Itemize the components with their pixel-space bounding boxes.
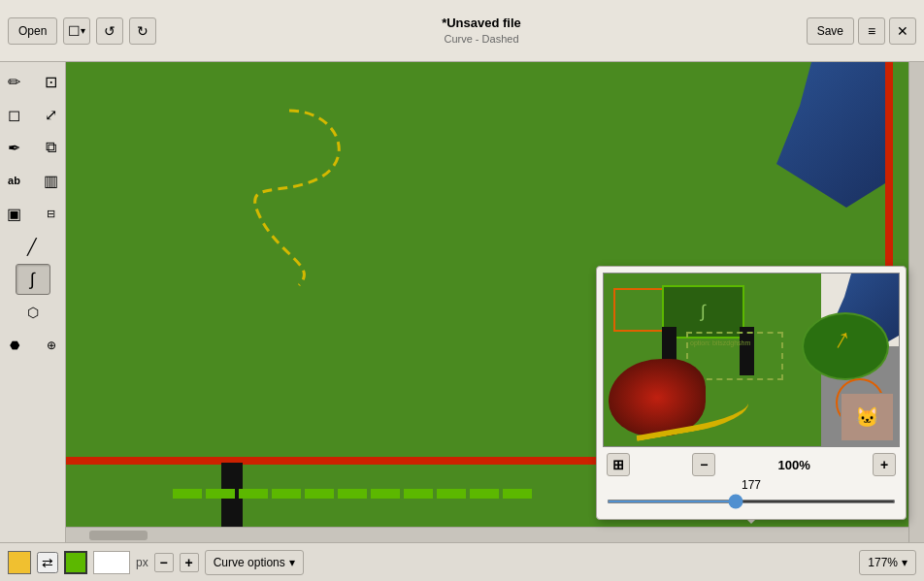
save-button[interactable]: Save [807, 17, 854, 45]
tool-pair-4: ab ▥ [0, 165, 69, 196]
titlebar-right: Save ≡ ✕ [807, 17, 916, 45]
size-unit-label: px [136, 556, 148, 569]
zoom-preview-canvas: ∫ option: bitszdghshm ↑ 🐱 [603, 273, 900, 447]
stroke-color-swatch[interactable] [64, 551, 87, 574]
new-dropdown-arrow: ▾ [81, 25, 85, 36]
slider-value-label: 177 [607, 478, 896, 492]
undo-icon: ↺ [104, 23, 116, 39]
rect-select-tool[interactable]: ▣ [0, 198, 32, 229]
eraser-tool[interactable]: ◻ [0, 99, 32, 130]
select2-tool[interactable]: ⊟ [34, 198, 69, 229]
tool-pair-3: ✒ ⧉ [0, 132, 69, 163]
tool-pair-7: ⬣ ⊕ [0, 330, 69, 361]
new-icon-button[interactable]: ☐ ▾ [63, 17, 90, 45]
scrollbar-vertical[interactable] [908, 62, 924, 542]
line-tool[interactable]: ╱ [15, 231, 50, 262]
fill-color-swatch[interactable] [8, 551, 31, 574]
redo-icon: ↻ [137, 23, 148, 39]
tool-pair-5: ▣ ⊟ [0, 198, 69, 229]
swap-colors-button[interactable]: ⇄ [37, 552, 58, 573]
curve-options-dropdown-icon: ▾ [289, 556, 295, 569]
zoom-out-button[interactable]: − [692, 453, 715, 476]
preview-dashed-label: option: bitszdghshm [688, 338, 752, 348]
zoom-slider-area: 177 [603, 478, 900, 513]
size-decrease-button[interactable]: − [154, 553, 174, 572]
dashed-curve-drawing [144, 101, 357, 295]
zoom-percentage: 100% [778, 458, 810, 472]
fullscreen-tool[interactable]: ⤢ [34, 99, 69, 130]
menu-button[interactable]: ≡ [858, 17, 885, 45]
polygon-tool[interactable]: ⬡ [16, 297, 50, 328]
undo-button[interactable]: ↺ [96, 17, 123, 45]
preview-curve-icon: ∫ [701, 302, 706, 322]
open-button[interactable]: Open [8, 17, 57, 45]
canvas-area[interactable]: fcgvhjbkl,kjhv ∫ option: bitszdghshm [66, 62, 924, 542]
zoom-level-button[interactable]: 177% ▾ [859, 550, 916, 575]
size-input[interactable]: 18 [93, 551, 130, 574]
tool-pair-6: ╱ [15, 231, 51, 262]
text-tool[interactable]: ab [0, 165, 32, 196]
zoom-level-label: 177% [868, 556, 898, 569]
bottom-bar: ⇄ 18 px − + Curve options ▾ 177% ▾ [0, 542, 924, 581]
main-layout: ✏ ⊡ ◻ ⤢ ✒ ⧉ ab ▥ ▣ ⊟ ╱ ∫ ⬡ ⬣ ⊕ [0, 62, 924, 542]
brush-tool[interactable]: ✒ [0, 132, 32, 163]
crop-tool[interactable]: ⊡ [34, 66, 69, 97]
zoom-popup: ∫ option: bitszdghshm ↑ 🐱 ⊞ − [596, 266, 907, 520]
plus-icon: + [880, 457, 888, 472]
filmstrip-tool[interactable]: ▥ [34, 165, 69, 196]
clone-tool[interactable]: ⧉ [34, 132, 69, 163]
scrollbar-thumb-h [89, 531, 148, 540]
curve-tool[interactable]: ∫ [16, 264, 50, 295]
title-area: *Unsaved file Curve - Dashed [162, 16, 800, 46]
tool-pair-1: ✏ ⊡ [0, 66, 69, 97]
left-toolbar: ✏ ⊡ ◻ ⤢ ✒ ⧉ ab ▥ ▣ ⊟ ╱ ∫ ⬡ ⬣ ⊕ [0, 62, 66, 542]
curve-options-button[interactable]: Curve options ▾ [205, 550, 304, 575]
slider-track [607, 494, 896, 509]
hamburger-icon: ≡ [868, 23, 875, 39]
stamp-tool[interactable]: ⊕ [34, 330, 69, 361]
titlebar-left: Open ☐ ▾ ↺ ↻ [8, 17, 156, 45]
zoom-dropdown-icon: ▾ [902, 556, 908, 569]
minus-icon: − [700, 457, 708, 472]
redo-button[interactable]: ↻ [129, 17, 156, 45]
file-subtitle: Curve - Dashed [162, 32, 800, 46]
fit-to-screen-icon: ⊞ [612, 457, 624, 472]
file-title: *Unsaved file [162, 16, 800, 32]
preview-orange-box [613, 288, 667, 332]
zoom-controls-row: ⊞ − 100% + [603, 447, 900, 478]
tool-pair-2: ◻ ⤢ [0, 99, 69, 130]
curve-options-label: Curve options [214, 556, 285, 569]
zoom-slider[interactable] [607, 500, 896, 503]
pencil-tool[interactable]: ✏ [0, 66, 32, 97]
fill-tool[interactable]: ⬣ [0, 330, 32, 361]
preview-cat-thumbnail: 🐱 [841, 393, 894, 441]
titlebar: Open ☐ ▾ ↺ ↻ *Unsaved file Curve - Dashe… [0, 0, 924, 62]
swap-icon: ⇄ [42, 555, 53, 570]
close-button[interactable]: ✕ [889, 17, 916, 45]
zoom-in-button[interactable]: + [873, 453, 896, 476]
new-document-icon: ☐ [68, 23, 81, 39]
blue-shape [776, 62, 893, 208]
close-icon: ✕ [897, 23, 908, 39]
zoom-fit-button[interactable]: ⊞ [607, 453, 630, 476]
size-increase-button[interactable]: + [180, 553, 199, 572]
scrollbar-horizontal[interactable] [66, 527, 908, 542]
